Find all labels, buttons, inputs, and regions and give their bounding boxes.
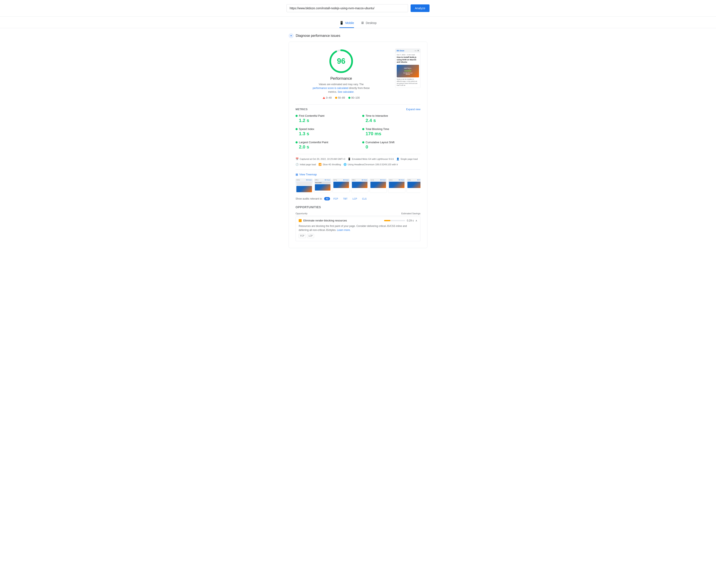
filmstrip-frame-3-preview [351, 181, 368, 193]
preview-header: Bit Doze — ✕ [396, 49, 420, 52]
metric-fcp-dot [296, 115, 298, 117]
legend-good: 90–100 [348, 96, 360, 99]
filmstrip-frame-5-img [389, 182, 404, 188]
metrics-section: METRICS Expand view First Contentful Pai… [296, 104, 420, 150]
chevron-icon-0: ∧ [416, 219, 417, 222]
capture-item-1: 📱 Emulated Moto G4 with Lighthouse 9.6.6 [348, 158, 394, 161]
preview-title: How to Install Node.js using NVM on MacO… [397, 56, 419, 64]
tabs-container: 📱 Mobile 🖥 Desktop [0, 17, 716, 28]
metric-tti-label: Time to Interactive [365, 114, 388, 117]
metric-tti-dot [362, 115, 364, 117]
metric-tbt-label: Total Blocking Time [365, 127, 389, 131]
capture-page-type: Single page load [400, 158, 418, 160]
filmstrip-frame-0: 0.3 s Bit Doze [296, 178, 313, 193]
metric-lcp-label: Largest Contentful Paint [299, 141, 328, 144]
close-icon[interactable]: ✕ [417, 50, 419, 52]
opportunity-desc-0: Resources are blocking the first paint o… [299, 225, 407, 232]
capture-item-5: 🌐 Using HeadlessChromium 106.0.5249.103 … [343, 163, 398, 166]
metric-fcp-value: 1.2 s [296, 118, 354, 123]
opportunities-table-header: Opportunity Estimated Savings [296, 211, 420, 216]
score-link[interactable]: performance score is calculated [313, 87, 348, 89]
expand-view-link[interactable]: Expand view [406, 108, 420, 111]
opportunity-header-0[interactable]: Eliminate render-blocking resources 0.29… [296, 217, 420, 224]
filmstrip-frame-5-header: 1.3 s Bit Doze [388, 179, 405, 181]
score-section: 96 Performance Values are estimated and … [296, 48, 420, 99]
filmstrip-frame-6-header: 1.5 s Bit Doze [407, 179, 420, 181]
section-header: ✦ Diagnose performance issues [289, 33, 427, 38]
filmstrip-frame-1-preview: How to Install [314, 181, 331, 193]
score-number: 96 [337, 57, 345, 66]
capture-item-4: 📶 Slow 4G throttling [318, 163, 341, 166]
legend-good-range: 90–100 [351, 96, 360, 99]
treemap-link[interactable]: ▦ View Treemap [296, 173, 420, 176]
metric-tti-value: 2.4 s [362, 118, 420, 123]
preview-body: Oct 7, 2022 · 2 min read How to Install … [396, 52, 420, 88]
network-icon: 📶 [318, 163, 322, 166]
capture-item-3: 🕐 Initial page load [296, 163, 316, 166]
metrics-header: METRICS Expand view [296, 108, 420, 111]
capture-network: Slow 4G throttling [323, 163, 341, 166]
metric-cls-value: 0 [362, 144, 420, 150]
clock-icon: 🕐 [296, 163, 299, 166]
metric-si-value: 1.3 s [296, 131, 354, 136]
diagnose-icon: ✦ [289, 33, 294, 38]
filmstrip-frame-2-header: 0.7 s Bit Doze [333, 179, 350, 181]
performance-card: 96 Performance Values are estimated and … [289, 42, 427, 248]
filmstrip-frame-3: 0.9 s Bit Doze [351, 178, 368, 193]
minimize-icon[interactable]: — [415, 50, 417, 52]
filmstrip-brand-4: Bit Doze [380, 179, 386, 181]
opportunity-icon-0 [299, 219, 302, 222]
metric-tbt-value: 170 ms [362, 131, 420, 136]
filmstrip-frame-5-preview [388, 181, 405, 193]
metric-fcp: First Contentful Paint 1.2 s [296, 114, 354, 123]
metrics-grid: First Contentful Paint 1.2 s Time to Int… [296, 114, 420, 150]
filmstrip-brand-3: Bit Doze [362, 179, 367, 181]
legend-average: 50–89 [335, 96, 345, 99]
filter-cls-button[interactable]: CLS [360, 197, 368, 201]
filmstrip-frame-3-img [352, 182, 367, 188]
filmstrip-frame-1-img [315, 184, 331, 191]
url-input[interactable] [287, 4, 408, 12]
col-opportunity: Opportunity [296, 212, 308, 215]
metric-fcp-label-row: First Contentful Paint [296, 114, 354, 117]
filmstrip-frame-2-label: 0.7 s [334, 179, 337, 181]
score-right: Bit Doze — ✕ Oct 7, 2022 · 2 min read Ho… [395, 48, 420, 88]
metric-si-label: Speed Index [299, 127, 314, 131]
tab-desktop[interactable]: 🖥 Desktop [361, 21, 377, 28]
filter-fcp-button[interactable]: FCP [332, 197, 340, 201]
opportunity-body-0: Resources are blocking the first paint o… [296, 224, 420, 241]
preview-image: INSTALL node On MacOS and Ubuntu [397, 65, 419, 77]
opportunity-title-0: Eliminate render-blocking resources [303, 219, 347, 222]
calendar-icon: 📅 [296, 158, 299, 161]
learn-more-link-0[interactable]: Learn more. [337, 229, 351, 232]
filmstrip-frame-0-preview [296, 181, 313, 193]
see-calculator-link[interactable]: See calculator. [338, 90, 354, 93]
main-content: ✦ Diagnose performance issues 96 Perform… [285, 33, 431, 256]
filter-tbt-button[interactable]: TBT [341, 197, 349, 201]
filter-lcp-button[interactable]: LCP [351, 197, 359, 201]
score-left: 96 Performance Values are estimated and … [296, 48, 387, 99]
savings-bar-0 [384, 220, 391, 221]
filmstrip-brand-1: Bit Doze [325, 179, 330, 181]
filmstrip-brand-5: Bit Doze [399, 179, 404, 181]
legend-fail-icon [323, 97, 325, 99]
metric-si-label-row: Speed Index [296, 127, 354, 131]
filmstrip-frame-5-label: 1.3 s [389, 179, 392, 181]
metric-lcp-value: 2.0 s [296, 144, 354, 150]
tag-lcp: LCP [307, 234, 314, 238]
tab-mobile[interactable]: 📱 Mobile [339, 21, 354, 28]
device-icon: 📱 [348, 158, 351, 161]
preview-card: Bit Doze — ✕ Oct 7, 2022 · 2 min read Ho… [395, 48, 420, 88]
filmstrip-frame-1-label: 0.5 s [315, 179, 318, 181]
score-legend: 0–49 50–89 90–100 [323, 96, 360, 99]
filmstrip-brand-0: Bit Doze [306, 179, 312, 181]
filmstrip-frame-4-preview [370, 181, 386, 193]
filmstrip-brand-6: Bit Doze [417, 179, 420, 181]
filmstrip-frame-2: 0.7 s Bit Doze [333, 178, 350, 193]
audit-filter-label: Show audits relevant to: [296, 197, 322, 200]
filmstrip-frame-2-img [333, 182, 349, 188]
filter-all-button[interactable]: All [324, 197, 330, 201]
filmstrip-frame-3-header: 0.9 s Bit Doze [351, 179, 368, 181]
preview-controls: — ✕ [415, 50, 419, 52]
analyze-button[interactable]: Analyze [410, 4, 429, 12]
